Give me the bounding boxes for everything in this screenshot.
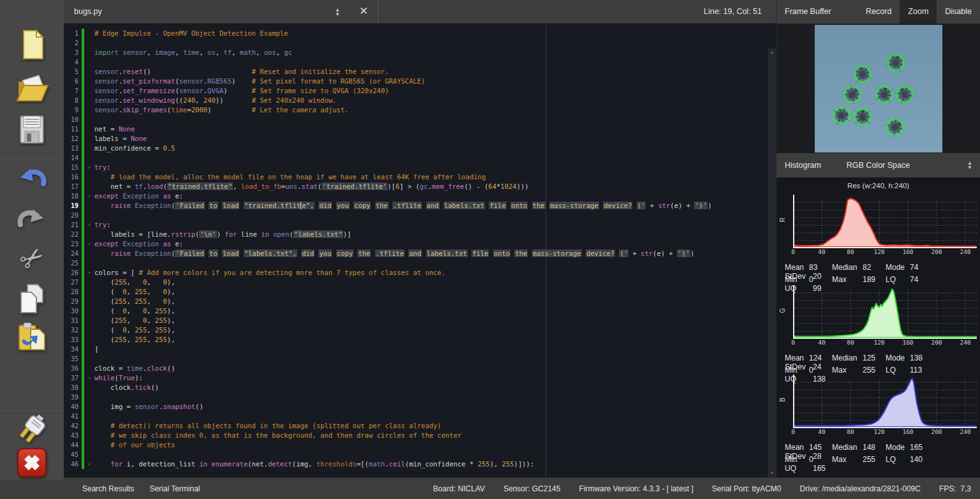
code-line[interactable]: 2 — [64, 38, 767, 48]
code-line[interactable]: 28 ( 0, 255, 0), — [64, 287, 767, 297]
code-line[interactable]: 41 — [64, 412, 767, 421]
code-line[interactable]: 17 net = tf.load("trained.tflite", load_… — [64, 182, 767, 191]
code-line[interactable]: 27 (255, 0, 0), — [64, 278, 767, 287]
connect-icon — [15, 412, 49, 449]
code-line[interactable]: 42 # detect() returns all objects found … — [64, 421, 767, 431]
code-line[interactable]: 12labels = None — [64, 134, 767, 144]
scroll-down-icon[interactable]: ⌄ — [768, 468, 776, 475]
code-line[interactable]: 44 # of our objects — [64, 440, 767, 450]
frame-buffer-header: Frame Buffer Record Zoom Disable — [776, 0, 980, 24]
code-line[interactable]: 37▾while(True): — [64, 373, 767, 383]
connect-button[interactable] — [14, 413, 50, 449]
tab-filename[interactable]: bugs.py — [74, 0, 102, 24]
channel-stats: Mean145Median148Mode165StDev28Min0Max255… — [785, 443, 980, 467]
code-line[interactable]: 8sensor.set_windowing((240, 240)) # Set … — [64, 96, 767, 105]
code-line[interactable]: 33 (255, 255, 255), — [64, 335, 767, 345]
code-line[interactable]: 45 — [64, 450, 767, 459]
undo-icon — [15, 161, 48, 194]
search-results-tab[interactable]: Search Results — [75, 478, 142, 499]
copy-icon — [16, 282, 48, 318]
redo-icon — [15, 202, 48, 235]
code-line[interactable]: 23▾except Exception as e: — [64, 239, 767, 249]
disable-button[interactable]: Disable — [937, 0, 980, 24]
paste-button[interactable] — [14, 320, 50, 356]
code-line[interactable]: 13min_confidence = 0.5 — [64, 144, 767, 153]
histogram-channel-g: G 04080120160200240 Mean124Median125Mode… — [776, 285, 980, 378]
code-line[interactable]: 10 — [64, 115, 767, 124]
color-space-spinner-icon[interactable]: ▲▼ — [965, 158, 975, 172]
tab-close-icon[interactable]: ✕ — [354, 0, 373, 24]
save-file-icon — [17, 114, 47, 148]
serial-terminal-tab[interactable]: Serial Terminal — [142, 478, 207, 499]
y-axis-label: G — [779, 308, 786, 313]
y-axis-label: R — [779, 218, 786, 222]
cut-icon: ✂ — [14, 240, 49, 276]
undo-button[interactable] — [14, 160, 50, 195]
code-line[interactable]: 32 ( 0, 255, 255), — [64, 325, 767, 335]
firmware-field: Firmware Version: 4.3.3 - [ latest ] — [579, 484, 693, 493]
toolbar-sidebar: ✂ — [0, 0, 64, 480]
histogram-plot — [793, 195, 977, 248]
editor-area: bugs.py ▲▼ ✕ Line: 19, Col: 51 1# Edge I… — [64, 0, 776, 477]
code-line[interactable]: 31 (255, 0, 255), — [64, 316, 767, 325]
code-line[interactable]: 43 # we skip class index 0, as that is t… — [64, 431, 767, 440]
stop-button[interactable] — [14, 446, 50, 482]
serial-port-field: Serial Port: ttyACM0 — [712, 484, 782, 493]
record-button[interactable]: Record — [858, 0, 900, 24]
x-axis-ticks: 04080120160200240 — [793, 428, 980, 436]
editor-scrollbar[interactable]: ⌃ ⌄ — [768, 48, 776, 477]
code-line[interactable]: 14 — [64, 153, 767, 163]
histogram-plot — [793, 285, 977, 339]
code-line[interactable]: 6sensor.set_pixformat(sensor.RGB565) # S… — [64, 77, 767, 86]
code-line[interactable]: 22 labels = [line.rstrip('\n') for line … — [64, 230, 767, 239]
code-line[interactable]: 24 raise Exception('Failed to load "labe… — [64, 249, 767, 258]
code-line[interactable]: 26▾colors = [ # Add more colors if you a… — [64, 268, 767, 278]
camera-frame-image — [815, 25, 942, 153]
drive-field: Drive: /media/alexandra/2821-009C — [800, 484, 921, 493]
code-line[interactable]: 15▾try: — [64, 163, 767, 172]
histogram-channel-r: R 04080120160200240 Mean83Median82Mode74… — [776, 195, 980, 287]
save-file-button[interactable] — [14, 113, 50, 149]
code-line[interactable]: 9sensor.skip_frames(time=2000) # Let the… — [64, 105, 767, 115]
code-line[interactable]: 34] — [64, 345, 767, 354]
fps-field: FPS: 7,3 — [939, 484, 971, 493]
code-editor[interactable]: 1# Edge Impulse - OpenMV Object Detectio… — [64, 24, 776, 477]
code-line[interactable]: 39 — [64, 392, 767, 402]
code-line[interactable]: 18▾except Exception as e: — [64, 191, 767, 201]
code-line[interactable]: 46▾ for i, detection_list in enumerate(n… — [64, 459, 767, 469]
code-line[interactable]: 30 ( 0, 0, 255), — [64, 306, 767, 316]
code-line[interactable]: 29 (255, 255, 0), — [64, 297, 767, 306]
code-line[interactable]: 20 — [64, 211, 767, 220]
new-file-button[interactable] — [14, 28, 50, 64]
code-line[interactable]: 21▾try: — [64, 220, 767, 230]
code-line[interactable]: 7sensor.set_framesize(sensor.QVGA) # Set… — [64, 86, 767, 96]
code-lines: 1# Edge Impulse - OpenMV Object Detectio… — [64, 29, 767, 469]
code-line[interactable]: 3import sensor, image, time, os, tf, mat… — [64, 48, 767, 57]
y-axis-label: B — [779, 398, 786, 402]
code-line[interactable]: 40 img = sensor.snapshot() — [64, 402, 767, 412]
code-line[interactable]: 36clock = time.clock() — [64, 364, 767, 373]
code-line[interactable]: 5sensor.reset() # Reset and initialize t… — [64, 67, 767, 77]
code-line[interactable]: 25 — [64, 258, 767, 268]
open-file-button[interactable] — [14, 71, 50, 107]
channel-stats: Mean83Median82Mode74StDev20Min0Max189LQ7… — [785, 263, 980, 287]
code-line[interactable]: 16 # load the model, alloc the model fil… — [64, 172, 767, 182]
stop-icon — [15, 446, 48, 482]
cut-button[interactable]: ✂ — [14, 241, 50, 276]
tab-switcher-arrows-icon[interactable]: ▲▼ — [332, 4, 343, 20]
code-line[interactable]: 35 — [64, 354, 767, 364]
copy-button[interactable] — [14, 282, 50, 318]
code-line[interactable]: 19 raise Exception('Failed to load "trai… — [64, 201, 767, 211]
histogram-channel-b: B 04080120160200240 Mean145Median148Mode… — [776, 375, 980, 467]
frame-buffer-view[interactable] — [776, 24, 980, 153]
redo-button[interactable] — [14, 200, 50, 236]
zoom-button[interactable]: Zoom — [900, 0, 937, 24]
resolution-label: Res (w:240, h:240) — [776, 179, 980, 193]
new-file-icon — [17, 28, 47, 64]
x-axis-ticks: 04080120160200240 — [793, 248, 980, 257]
code-line[interactable]: 11net = None — [64, 124, 767, 134]
code-line[interactable]: 38 clock.tick() — [64, 383, 767, 392]
code-line[interactable]: 1# Edge Impulse - OpenMV Object Detectio… — [64, 29, 767, 38]
code-line[interactable]: 4 — [64, 57, 767, 67]
scroll-up-icon[interactable]: ⌃ — [768, 51, 776, 57]
